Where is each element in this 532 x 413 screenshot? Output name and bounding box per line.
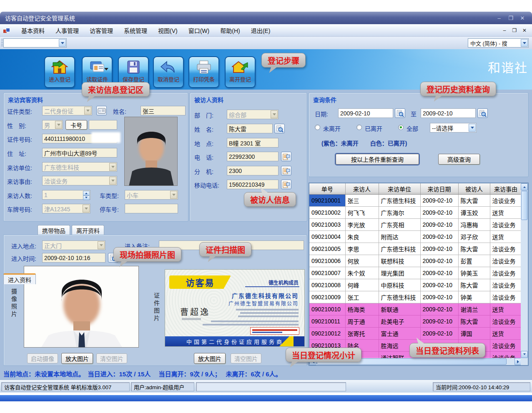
menu-hr[interactable]: 人事管理 bbox=[50, 25, 84, 36]
window-titlebar[interactable]: 访客自动登记安全管理系统 – ❐ ✕ bbox=[0, 12, 532, 24]
address-label: 住 址: bbox=[7, 149, 26, 158]
name-label: 姓名: bbox=[113, 107, 126, 115]
radio-all[interactable] bbox=[398, 125, 404, 130]
col-header-visitor[interactable]: 来访人 bbox=[345, 183, 379, 194]
card-no-input[interactable] bbox=[89, 120, 117, 130]
dept-select[interactable]: 综合部 bbox=[227, 110, 279, 119]
clear-photo-button[interactable]: 清空图片 bbox=[96, 353, 127, 363]
scroll-down-icon[interactable] bbox=[521, 351, 528, 358]
reason-select[interactable]: 洽谈业务 bbox=[42, 176, 117, 185]
entry-time-input[interactable] bbox=[42, 253, 105, 263]
table-row[interactable]: 090210003李光放广东亮相2009-02-10冯惠梅洽谈业务 bbox=[309, 218, 522, 230]
col-header-company[interactable]: 来访单位 bbox=[379, 183, 420, 194]
col-header-reason[interactable]: 来访事由 bbox=[490, 183, 522, 194]
table-row[interactable]: 090210005李思广东德生科技2009-02-10陈大雷洽谈业务 bbox=[309, 243, 522, 255]
table-row[interactable]: 090210011周于通赴美电子2009-02-10陈大雷洽谈业务 bbox=[309, 315, 522, 327]
chevron-down-icon[interactable] bbox=[59, 39, 66, 47]
spinner-arrows[interactable] bbox=[83, 191, 90, 199]
callout-history-query: 登记历史资料查询 bbox=[420, 82, 496, 96]
cert-type-select[interactable]: 二代身份证 bbox=[42, 106, 92, 115]
col-header-date[interactable]: 来访日期 bbox=[420, 183, 458, 194]
scroll-up-icon[interactable] bbox=[521, 183, 528, 190]
visited-name-input[interactable] bbox=[227, 124, 273, 133]
count-spinner[interactable]: 1 bbox=[42, 190, 90, 200]
date-picker-icon[interactable] bbox=[395, 108, 405, 118]
tab-carried-items[interactable]: 携带物品 bbox=[38, 225, 70, 235]
radio-left[interactable] bbox=[356, 125, 362, 130]
menu-window[interactable]: 窗口(W) bbox=[183, 25, 215, 36]
parking-input[interactable] bbox=[125, 204, 178, 213]
menu-system[interactable]: 系统管理 bbox=[118, 25, 153, 36]
menu-basic-data[interactable]: 基本资料 bbox=[16, 25, 50, 36]
gender-select[interactable]: 男 bbox=[42, 120, 63, 130]
menu-exit[interactable]: 退出(E) bbox=[246, 25, 276, 36]
chevron-down-icon[interactable] bbox=[521, 39, 528, 47]
taskbar-strip[interactable] bbox=[0, 395, 532, 401]
print-receipt-button[interactable]: 打印凭条 bbox=[188, 56, 219, 88]
call-note-icon[interactable] bbox=[281, 166, 291, 175]
close-icon[interactable]: ✕ bbox=[518, 14, 527, 22]
call-note-icon[interactable] bbox=[281, 152, 291, 161]
cancel-register-button[interactable]: 取消登记 bbox=[153, 56, 184, 88]
language-combo[interactable]: 中文 (简体) - 搜 bbox=[468, 38, 529, 48]
clear-card-button[interactable]: 清空图片 bbox=[231, 353, 261, 363]
tab-leave-info[interactable]: 离开资料 bbox=[72, 225, 104, 235]
table-row[interactable]: 090210001张三广东德生科技2009-02-10陈大雷洽谈业务 bbox=[309, 194, 522, 206]
filter-select[interactable]: --请选择 bbox=[430, 123, 477, 133]
mobile-input[interactable] bbox=[227, 180, 279, 189]
location-input[interactable] bbox=[227, 138, 279, 148]
quick-combo[interactable] bbox=[3, 38, 67, 48]
date-from-input[interactable] bbox=[338, 108, 393, 118]
start-camera-button[interactable]: 启动摄像 bbox=[27, 353, 58, 363]
col-header-visited[interactable]: 被访人 bbox=[458, 183, 490, 194]
table-row[interactable]: 090210006何放联想科技2009-02-10彭置洽谈业务 bbox=[309, 255, 522, 267]
col-header-id[interactable]: 单号 bbox=[309, 183, 345, 194]
table-row[interactable]: 090210012张寄托富士通2009-02-10谭国送货 bbox=[309, 327, 522, 339]
menu-bar: 基本资料 人事管理 访客管理 系统管理 视图(V) 窗口(W) 帮助(H) 退出… bbox=[0, 24, 532, 37]
mdi-restore-icon[interactable]: ❐ bbox=[510, 27, 519, 34]
zoom-card-button[interactable]: 放大图片 bbox=[194, 353, 226, 364]
restore-icon[interactable]: ❐ bbox=[506, 14, 515, 22]
cert-no-label: 证件号码: bbox=[7, 135, 32, 143]
chevron-down-icon[interactable] bbox=[104, 68, 108, 73]
date-to-input[interactable] bbox=[421, 108, 476, 118]
table-row[interactable]: 090210007朱个奴理光集团2009-02-10钟美玉洽谈业务 bbox=[309, 267, 522, 279]
address-input[interactable] bbox=[42, 148, 117, 158]
daily-summary-text: 当前地点：未设置本地地点。 当日进入：15次 / 15人 当日离开：9次 / 9… bbox=[3, 369, 282, 378]
call-note-icon[interactable] bbox=[281, 180, 291, 189]
phone-input[interactable] bbox=[227, 152, 279, 161]
menu-visitor[interactable]: 访客管理 bbox=[84, 25, 118, 36]
company-select[interactable]: 广东德生科技 bbox=[42, 162, 117, 172]
menu-view[interactable]: 视图(V) bbox=[153, 25, 183, 36]
toolbar-grip[interactable] bbox=[1, 39, 3, 47]
card-no-button[interactable]: 卡号 bbox=[65, 120, 87, 130]
menu-help[interactable]: 帮助(H) bbox=[215, 25, 245, 36]
radio-not-left[interactable] bbox=[315, 125, 320, 130]
table-row[interactable]: 090210009张工广东德生科技2009-02-10钟美洽谈业务 bbox=[309, 291, 522, 303]
zoom-photo-button[interactable]: 放大图片 bbox=[61, 353, 93, 364]
table-row[interactable]: 090210002何飞飞广东海尔2009-02-10谭玉姣送货 bbox=[309, 206, 522, 218]
tab-entry-info[interactable]: 进入资料 bbox=[3, 273, 36, 284]
enter-register-button[interactable]: 进入登记 bbox=[44, 56, 75, 88]
advanced-query-button[interactable]: 高级查询 bbox=[438, 154, 480, 165]
vertical-scrollbar[interactable] bbox=[521, 183, 528, 358]
callout-visit-info-area: 来访信息登记区 bbox=[82, 82, 150, 97]
table-row[interactable]: 090210004朱良附而达2009-02-10邓子欣送货 bbox=[309, 230, 522, 243]
company-label: 来访单位: bbox=[7, 163, 32, 172]
search-icon[interactable] bbox=[274, 124, 285, 133]
leave-register-button[interactable]: 离开登记 bbox=[225, 56, 256, 88]
mdi-minimize-icon[interactable]: – bbox=[500, 27, 509, 34]
visitor-name-input[interactable] bbox=[141, 106, 186, 115]
entry-location-select[interactable]: 正大门 bbox=[42, 240, 105, 250]
vertical-scroll-thumb[interactable] bbox=[521, 191, 527, 220]
date-picker-icon[interactable] bbox=[477, 108, 488, 118]
vehicle-type-select[interactable]: 小车 bbox=[125, 190, 178, 200]
id-card-icon[interactable] bbox=[96, 106, 107, 115]
minimize-icon[interactable]: – bbox=[494, 14, 504, 22]
plate-select[interactable]: 津A12345 bbox=[42, 204, 90, 213]
requery-button[interactable]: 按以上条件重新查询 bbox=[336, 154, 419, 165]
table-row[interactable]: 090210010杨海类新联通2009-02-10谢清兰送货 bbox=[309, 303, 522, 315]
mdi-close-icon[interactable]: ✕ bbox=[520, 27, 529, 34]
table-row[interactable]: 090210008何峰中原科技2009-02-10陈大雷洽谈业务 bbox=[309, 279, 522, 291]
ext-input[interactable] bbox=[227, 166, 279, 175]
